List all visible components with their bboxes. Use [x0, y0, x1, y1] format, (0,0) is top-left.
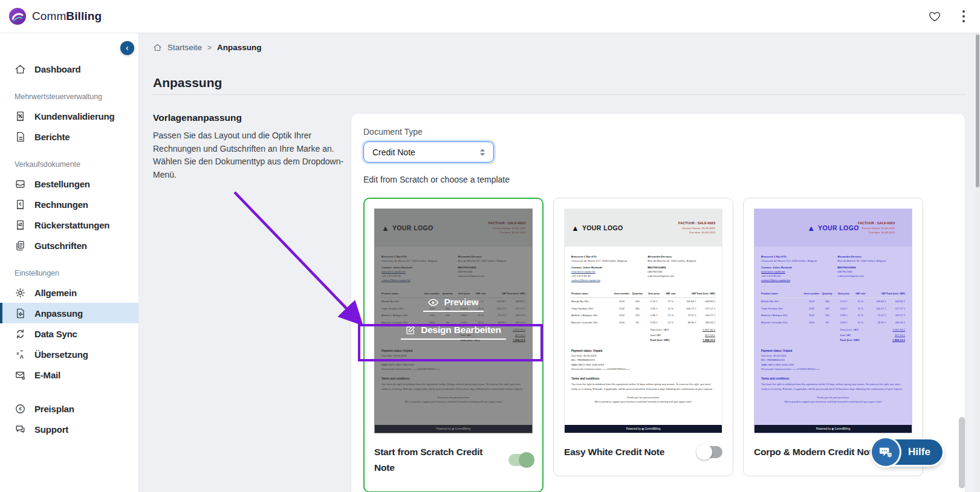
invoice-body: Brasserie L'Epi d'Or Chaussée de Wavre 2… — [754, 247, 912, 425]
invoice-totals: Total (excl. VAT)1,557.30 € Total VAT327… — [840, 328, 905, 343]
invoice-table-row: Blonde Bio 33cl 1120 240 2.10 € 21 % 105… — [761, 298, 905, 305]
preview-button[interactable]: Preview — [423, 297, 483, 312]
terms-block: Terms and conditions You have the right … — [761, 377, 905, 391]
brand-logo[interactable]: CommBilling — [8, 7, 102, 25]
sidebar-item-kundenvalidierung[interactable]: Kundenvalidierung — [0, 106, 138, 126]
sidebar-item-label: E-Mail — [34, 370, 60, 380]
invoice-totals: Total (excl. VAT)1,557.30 € Total VAT327… — [650, 328, 715, 343]
invoice-preview: ▲ YOUR LOGO FACTUUR : SALE-0023 Factuur … — [754, 209, 912, 433]
template-preview: ▲ YOUR LOGO FACTUUR : SALE-0023 Factuur … — [754, 209, 912, 433]
terms-block: Terms and conditions You have the right … — [571, 377, 715, 391]
invoice-header-band: ▲ YOUR LOGO FACTUUR : SALE-0023 Factuur … — [754, 209, 912, 247]
seller-block: Brasserie L'Epi d'Or Chaussée de Wavre 2… — [571, 254, 639, 283]
price-plan-icon: € — [15, 403, 26, 415]
buyer-address: Rue du Marché 42, 1050 Ixelles, Belgium — [837, 259, 905, 263]
sidebar-item-label: Support — [34, 424, 68, 435]
invoice-table-row: Triple Houblon 33cl 1132 180 2.65 € 21 %… — [761, 305, 905, 312]
buyer-vat: BE0799103456 — [647, 265, 715, 270]
invoice-table-row: Blanche Coriandre 33cl 1150 90 2.59 € 21… — [761, 319, 905, 326]
email-gear-icon — [15, 369, 26, 381]
breadcrumb: Startseite > Anpassung — [153, 43, 262, 52]
chat-bubbles-icon — [872, 438, 900, 466]
invoice-logo-text: YOUR LOGO — [582, 224, 623, 231]
buyer-vat: BE0799103456 — [837, 265, 905, 270]
more-menu-button[interactable] — [959, 7, 968, 25]
sidebar-item-label: Dashboard — [34, 64, 81, 74]
sidebar-item-preisplan[interactable]: € Preisplan — [0, 398, 138, 419]
panel-scrollbar-thumb[interactable] — [959, 417, 965, 488]
seller-contact: Contact: Julien Rorlandt — [761, 265, 829, 270]
invoice-number: FACTUUR : SALE-0023 — [678, 221, 715, 225]
sidebar-collapse-button[interactable] — [120, 41, 134, 55]
template-card-start-from-scratch[interactable]: ▲ YOUR LOGO FACTUUR : SALE-0023 Factuur … — [363, 198, 544, 492]
invoice-table: Product name Item number Quantity Unit p… — [761, 291, 905, 326]
template-name: Easy White Credit Note — [564, 444, 664, 460]
template-toggle[interactable] — [698, 446, 722, 458]
top-bar: CommBilling — [0, 0, 980, 33]
sidebar-item-bestellungen[interactable]: Bestellungen — [0, 173, 138, 194]
title-divider — [153, 94, 965, 95]
triangle-logo-icon: ▲ — [807, 224, 815, 232]
design-edit-button[interactable]: Design Bearbeiten — [401, 325, 506, 340]
buyer-phone: 0467921565 — [837, 270, 905, 274]
invoice-header-band: ▲ YOUR LOGO FACTUUR : SALE-0023 Factuur … — [565, 209, 722, 247]
sidebar-item-rueckerstattungen[interactable]: Rückerstattungen — [0, 215, 138, 235]
buyer-block: Alexandra Dervaux Rue du Marché 42, 1050… — [837, 254, 905, 283]
invoice-table-row: Triple Houblon 33cl 1132 180 2.65 € 21 %… — [571, 305, 715, 312]
report-icon — [15, 131, 26, 143]
sidebar-item-berichte[interactable]: Berichte — [0, 126, 138, 147]
home-icon — [15, 63, 26, 75]
invoice-body: Brasserie L'Epi d'Or Chaussée de Wavre 2… — [565, 247, 722, 425]
template-card-corpo-modern[interactable]: ▲ YOUR LOGO FACTUUR : SALE-0023 Factuur … — [743, 198, 923, 476]
sidebar: Dashboard Mehrwertsteuerverwaltung Kunde… — [0, 33, 139, 492]
template-footer: Start from Scratch Credit Note — [374, 444, 533, 476]
sidebar-item-gutschriften[interactable]: Gutschriften — [0, 235, 138, 256]
template-card-easy-white[interactable]: ▲ YOUR LOGO FACTUUR : SALE-0023 Factuur … — [553, 198, 733, 476]
page-scrollbar-thumb[interactable] — [976, 34, 979, 187]
document-type-select[interactable]: Credit Note — [363, 141, 494, 163]
seller-address: Chaussée de Wavre 217, 1050 Ixelles, Bel… — [761, 259, 829, 263]
thanks-block: Thank you for your purchase. We're proud… — [761, 395, 905, 404]
buyer-email: a.dervaux@gmail.com — [837, 274, 905, 278]
thanks-block: Thank you for your purchase. We're proud… — [571, 395, 715, 404]
inbox-icon — [15, 178, 26, 190]
sidebar-item-data-sync[interactable]: Data Sync — [0, 323, 138, 344]
invoice-date: Factuur Datum: 15-06-2023 — [678, 226, 715, 230]
seller-email: contact@biere-epidor.be — [761, 278, 829, 282]
panel-subtitle: Edit from Scratch or choose a template — [363, 175, 953, 184]
receipt-percent-icon — [15, 111, 26, 122]
sync-icon — [15, 328, 26, 340]
sidebar-item-anpassung[interactable]: Anpassung — [0, 303, 138, 323]
invoice-number: FACTUUR : SALE-0023 — [858, 221, 895, 225]
seller-email: contact@biere-epidor.be — [571, 278, 639, 282]
breadcrumb-current: Anpassung — [217, 43, 262, 52]
triangle-logo-icon: ▲ — [571, 224, 579, 232]
sidebar-item-label: Gutschriften — [34, 241, 87, 251]
favorites-button[interactable] — [926, 7, 944, 25]
buyer-name: Alexandra Dervaux — [837, 254, 905, 259]
template-hover-overlay: Preview Design Bearbeiten — [374, 209, 533, 433]
invoice-preview: ▲ YOUR LOGO FACTUUR : SALE-0023 Factuur … — [564, 209, 722, 433]
sidebar-item-label: Preisplan — [34, 404, 74, 414]
intro-body: Passen Sie das Layout und die Optik Ihre… — [153, 129, 348, 182]
invoice-footer: Powered by ◉ CommBilling — [754, 425, 912, 433]
invoice-euro-icon: € — [15, 199, 26, 210]
sidebar-item-label: Rückerstattungen — [34, 220, 109, 230]
sidebar-item-allgemein[interactable]: Allgemein — [0, 282, 138, 303]
brand-name: CommBilling — [32, 10, 102, 23]
sidebar-item-support[interactable]: Support — [0, 419, 138, 439]
sidebar-item-email[interactable]: E-Mail — [0, 364, 138, 385]
customization-panel: Document Type Credit Note Edit from Scra… — [351, 113, 965, 492]
invoice-table-header: Product name Item number Quantity Unit p… — [761, 291, 905, 299]
breadcrumb-home[interactable]: Startseite — [167, 43, 202, 52]
sidebar-item-uebersetzung[interactable]: xA Übersetzung — [0, 344, 138, 364]
buyer-address: Rue du Marché 42, 1050 Ixelles, Belgium — [647, 259, 715, 263]
gear-icon — [15, 287, 26, 299]
buyer-phone: 0467921565 — [647, 270, 715, 274]
seller-contact: Contact: Julien Rorlandt — [571, 265, 639, 270]
sidebar-item-rechnungen[interactable]: € Rechnungen — [0, 194, 138, 215]
help-button[interactable]: Hilfe — [873, 439, 943, 465]
edit-pencil-icon — [406, 325, 415, 335]
sidebar-item-dashboard[interactable]: Dashboard — [0, 59, 138, 79]
template-toggle[interactable] — [508, 454, 533, 466]
